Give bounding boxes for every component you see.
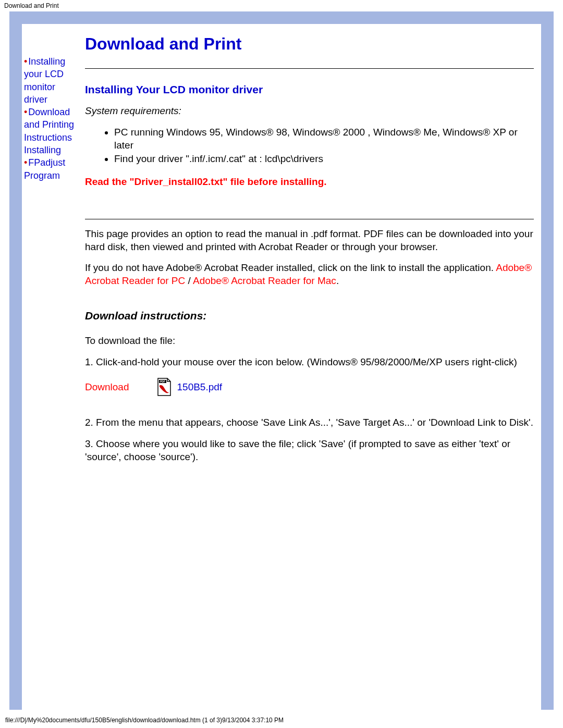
intro-paragraph-2: If you do not have Adobe® Acrobat Reader… xyxy=(85,262,534,287)
sidebar-link-download-instructions[interactable]: Download and Printing Instructions Insta… xyxy=(24,107,74,155)
page-title: Download and Print xyxy=(85,34,534,54)
requirements-list: PC running Windows 95, Windows® 98, Wind… xyxy=(85,126,534,166)
svg-text:PDF: PDF xyxy=(160,380,165,383)
sidebar: •Installing your LCD monitor driver •Dow… xyxy=(22,24,82,182)
content-frame: •Installing your LCD monitor driver •Dow… xyxy=(9,11,554,710)
download-label: Download xyxy=(85,381,129,393)
download-step-3: 3. Choose where you would like to save t… xyxy=(85,438,534,463)
main-content: Download and Print Installing Your LCD m… xyxy=(82,24,541,472)
download-step-1: 1. Click-and-hold your mouse over the ic… xyxy=(85,356,534,369)
sidebar-item-download-instructions: •Download and Printing Instructions Inst… xyxy=(24,106,81,156)
list-item: PC running Windows 95, Windows® 98, Wind… xyxy=(114,126,534,152)
install-warning: Read the "Driver_install02.txt" file bef… xyxy=(85,176,534,188)
acrobat-mac-link[interactable]: Adobe® Acrobat Reader for Mac xyxy=(193,275,336,286)
system-requirements-label: System requirements: xyxy=(85,105,534,117)
bullet-icon: • xyxy=(24,107,27,117)
section-title-install: Installing Your LCD monitor driver xyxy=(85,83,534,96)
list-item: Find your driver ".inf/.icm/.cat" at : l… xyxy=(114,153,534,166)
sidebar-link-install-driver[interactable]: Installing your LCD monitor driver xyxy=(24,56,65,105)
header-title: Download and Print xyxy=(0,0,563,11)
footer-path: file:///D|/My%20documents/dfu/150B5/engl… xyxy=(0,713,289,726)
pdf-icon[interactable]: PDF xyxy=(156,378,172,397)
divider xyxy=(85,68,534,69)
download-instructions-heading: Download instructions: xyxy=(85,310,534,322)
intro-paragraph-1: This page provides an option to read the… xyxy=(85,228,534,253)
para2-text: If you do not have Adobe® Acrobat Reader… xyxy=(85,262,496,273)
bullet-icon: • xyxy=(24,56,27,67)
slash-separator: / xyxy=(185,275,193,286)
sidebar-link-fpadjust[interactable]: FPadjust Program xyxy=(24,157,65,180)
download-step-2: 2. From the menu that appears, choose 'S… xyxy=(85,416,534,429)
download-row: Download PDF 150B5.pdf xyxy=(85,378,534,397)
bullet-icon: • xyxy=(24,157,27,168)
pdf-download-link[interactable]: 150B5.pdf xyxy=(177,381,223,393)
sidebar-item-install-driver: •Installing your LCD monitor driver xyxy=(24,55,81,106)
download-intro: To download the file: xyxy=(85,335,534,348)
period: . xyxy=(336,275,339,286)
divider xyxy=(85,219,534,219)
sidebar-item-fpadjust: •FPadjust Program xyxy=(24,156,81,182)
